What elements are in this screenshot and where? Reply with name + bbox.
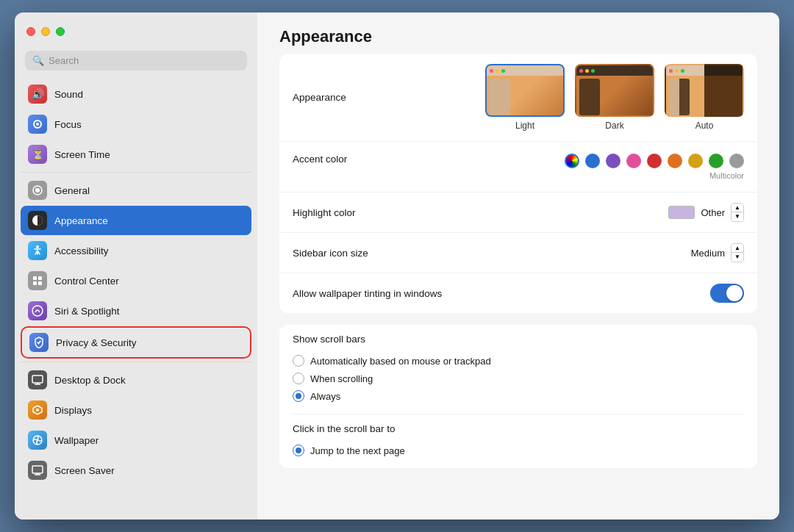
radio-jump-next-page-label: Jump to the next page: [310, 445, 405, 456]
sidebar-item-focus[interactable]: Focus: [21, 109, 251, 139]
wallpaper-tinting-label: Allow wallpaper tinting in windows: [293, 288, 710, 299]
screen-time-icon: ⏳: [28, 145, 47, 164]
sidebar-list: 🔊 Sound Focus ⏳ Screen Time G: [15, 79, 257, 520]
search-input[interactable]: [49, 55, 240, 66]
thumb-content-dark: [576, 76, 653, 117]
titlebar: [15, 12, 257, 51]
sidebar-label-sound: Sound: [54, 89, 83, 100]
sidebar: 🔍 🔊 Sound Focus ⏳ Screen Time: [15, 12, 257, 520]
sidebar-item-screen-time[interactable]: ⏳ Screen Time: [21, 140, 251, 169]
sidebar-label-wallpaper: Wallpaper: [54, 435, 99, 446]
dark-label: Dark: [605, 121, 623, 131]
privacy-icon: [29, 333, 49, 352]
color-swatch-red[interactable]: [647, 154, 662, 168]
color-swatch-graphite[interactable]: [729, 154, 744, 168]
sidebar-label-control-center: Control Center: [54, 276, 119, 287]
dark-thumb: [575, 64, 654, 117]
sidebar-item-sound[interactable]: 🔊 Sound: [21, 79, 251, 109]
highlight-color-value: Other: [701, 207, 725, 218]
thumb-sidebar: [490, 79, 510, 115]
dot: [490, 69, 493, 73]
svg-rect-11: [32, 375, 43, 383]
divider-1: [21, 172, 251, 173]
settings-window: 🔍 🔊 Sound Focus ⏳ Screen Time: [15, 12, 779, 520]
minimize-button[interactable]: [41, 27, 50, 36]
page-title: Appearance: [257, 12, 779, 54]
color-swatch-pink[interactable]: [626, 154, 641, 168]
appearance-option-light[interactable]: Light: [485, 64, 565, 131]
dot: [669, 69, 673, 73]
radio-auto-circle: [293, 355, 304, 367]
radio-jump-next-page[interactable]: Jump to the next page: [293, 442, 744, 459]
general-icon: [28, 181, 47, 200]
highlight-color-control: Other ▲ ▼: [668, 203, 744, 222]
color-swatch-orange[interactable]: [668, 154, 682, 168]
thumb-menubar-light: [487, 65, 563, 76]
maximize-button[interactable]: [56, 27, 65, 36]
svg-rect-7: [38, 276, 42, 280]
sidebar-icon-size-control: Medium ▲ ▼: [691, 243, 744, 262]
svg-rect-14: [32, 466, 43, 473]
sound-icon: 🔊: [28, 85, 47, 104]
sidebar-item-screen-saver[interactable]: Screen Saver: [21, 456, 251, 485]
radio-always-label: Always: [310, 391, 340, 402]
appearance-options: Light: [485, 64, 744, 131]
dot: [681, 69, 684, 73]
color-swatch-blue[interactable]: [585, 154, 600, 168]
focus-icon: [28, 115, 47, 134]
stepper-up[interactable]: ▲: [732, 244, 743, 253]
sidebar-item-wallpaper[interactable]: Wallpaper: [21, 425, 251, 455]
color-swatch-yellow[interactable]: [688, 154, 703, 168]
stepper-down[interactable]: ▼: [732, 212, 743, 221]
thumb-content-auto: [666, 76, 743, 117]
sidebar-label-displays: Displays: [54, 405, 92, 416]
radio-when-scrolling-label: When scrolling: [310, 373, 373, 384]
svg-point-2: [35, 188, 40, 193]
svg-rect-6: [33, 276, 37, 280]
dot: [579, 69, 583, 73]
scroll-bars-section: Show scroll bars Automatically based on …: [279, 325, 757, 468]
sidebar-item-appearance[interactable]: Appearance: [21, 206, 251, 235]
dot: [675, 69, 679, 73]
highlight-swatch: [668, 206, 695, 219]
accessibility-icon: [28, 241, 47, 260]
svg-rect-8: [33, 281, 37, 285]
highlight-color-stepper[interactable]: ▲ ▼: [731, 203, 744, 222]
siri-icon: [28, 301, 47, 320]
close-button[interactable]: [26, 27, 35, 36]
sidebar-item-accessibility[interactable]: Accessibility: [21, 236, 251, 265]
search-bar[interactable]: 🔍: [25, 51, 247, 71]
appearance-option-dark[interactable]: Dark: [575, 64, 654, 131]
sidebar-label-appearance: Appearance: [54, 215, 108, 226]
sidebar-item-desktop[interactable]: Desktop & Dock: [21, 365, 251, 395]
sidebar-item-siri[interactable]: Siri & Spotlight: [21, 296, 251, 326]
sidebar-item-privacy[interactable]: Privacy & Security: [21, 326, 251, 359]
radio-auto[interactable]: Automatically based on mouse or trackpad: [293, 352, 744, 370]
show-scroll-bars-group: Show scroll bars Automatically based on …: [279, 325, 757, 414]
color-swatch-green[interactable]: [709, 154, 723, 168]
light-thumb: [485, 64, 565, 117]
radio-always[interactable]: Always: [293, 387, 744, 405]
appearance-option-auto[interactable]: Auto: [665, 64, 744, 131]
radio-when-scrolling[interactable]: When scrolling: [293, 370, 744, 387]
sidebar-label-siri: Siri & Spotlight: [54, 306, 120, 317]
wallpaper-icon: [28, 431, 47, 450]
sidebar-icon-size-row: Sidebar icon size Medium ▲ ▼: [279, 233, 757, 273]
sidebar-label-desktop: Desktop & Dock: [54, 375, 126, 386]
sidebar-label-focus: Focus: [54, 119, 82, 130]
sidebar-item-general[interactable]: General: [21, 176, 251, 205]
stepper-up[interactable]: ▲: [732, 204, 743, 212]
sidebar-item-displays[interactable]: Displays: [21, 395, 251, 425]
appearance-section: Appearance: [279, 54, 757, 313]
sidebar-item-control-center[interactable]: Control Center: [21, 266, 251, 295]
sidebar-icon-size-stepper[interactable]: ▲ ▼: [731, 243, 744, 262]
sidebar-label-general: General: [54, 185, 90, 196]
desktop-icon: [28, 370, 47, 389]
sidebar-icon-size-label: Sidebar icon size: [293, 248, 691, 259]
main-content: Appearance Appearance: [257, 12, 779, 520]
wallpaper-tinting-toggle[interactable]: [710, 284, 744, 303]
radio-always-circle: [293, 390, 304, 402]
color-swatch-purple[interactable]: [606, 154, 620, 168]
stepper-down[interactable]: ▼: [732, 253, 743, 262]
color-swatch-multicolor[interactable]: [565, 154, 579, 168]
